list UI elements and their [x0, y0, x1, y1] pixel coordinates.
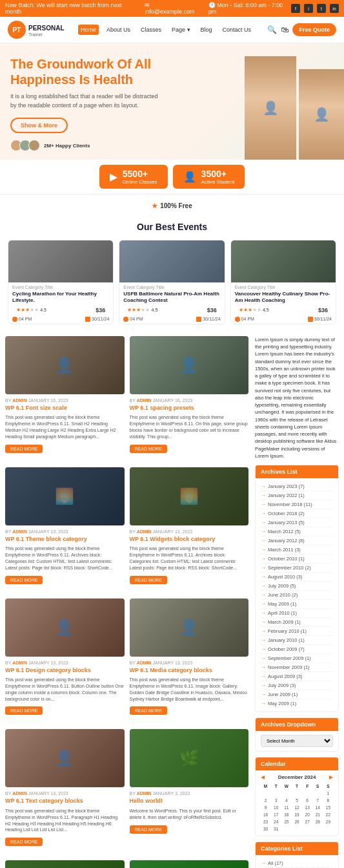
nav-about[interactable]: About Us	[104, 25, 133, 35]
archive-item[interactable]: → October 2018 (2)	[261, 509, 333, 518]
archive-item[interactable]: → November 2009 (1)	[261, 663, 333, 672]
post-card: 👤 BY ADMIN JANUARY 16, 2023 WP 6.1 spaci…	[130, 336, 249, 453]
cal-date[interactable]: 4	[281, 797, 291, 803]
cal-date[interactable]: 18	[281, 811, 291, 818]
hours-info: 🕐 Mon - Sat: 8:00 am - 7:00 pm	[208, 2, 291, 15]
archives-dropdown-select[interactable]: Select Month	[261, 735, 333, 747]
cal-date[interactable]	[261, 790, 270, 796]
event-image	[231, 240, 336, 282]
cal-date[interactable]: 27	[303, 818, 312, 825]
archive-item[interactable]: → January 2022 (1)	[261, 491, 333, 500]
cal-date[interactable]: 17	[271, 811, 281, 818]
cal-date[interactable]: 26	[292, 818, 301, 825]
post-meta: BY ADMIN JANUARY 13, 2023	[5, 791, 125, 796]
cal-date[interactable]: 5	[292, 797, 301, 803]
nav-home[interactable]: Home	[78, 25, 99, 35]
free-quote-button[interactable]: Free Quote	[292, 23, 336, 36]
event-category: Event Category Title	[12, 285, 109, 290]
show-more-button[interactable]: Show & More	[10, 118, 68, 133]
cal-date[interactable]: 30	[261, 825, 270, 832]
cal-date[interactable]: 2	[261, 797, 270, 803]
cal-date[interactable]: 7	[313, 797, 323, 803]
archive-item[interactable]: → January 2023 (7)	[261, 482, 333, 491]
category-item[interactable]: → All (17)	[261, 859, 333, 868]
cal-date[interactable]: 20	[303, 811, 312, 818]
cal-date[interactable]: 15	[323, 804, 333, 810]
archive-item[interactable]: → June 2009 (1)	[261, 690, 333, 699]
cal-date[interactable]	[281, 825, 291, 832]
cal-date[interactable]: 29	[323, 818, 333, 825]
nav-page[interactable]: Page ▾	[169, 25, 193, 35]
archive-item[interactable]: → March 2009 (1)	[261, 618, 333, 627]
archive-item[interactable]: → August 2009 (3)	[261, 672, 333, 681]
read-more-button[interactable]: READ MORE	[130, 576, 167, 584]
archive-item[interactable]: → April 2010 (1)	[261, 609, 333, 618]
archive-item[interactable]: → July 2009 (5)	[261, 582, 333, 591]
events-title: Our Best Events	[8, 222, 336, 232]
cal-date[interactable]: 24	[271, 818, 281, 825]
nav-contact[interactable]: Contact Us	[220, 25, 254, 35]
archive-item[interactable]: → February 2010 (1)	[261, 627, 333, 636]
read-more-button[interactable]: READ MORE	[130, 825, 167, 834]
read-more-button[interactable]: READ MORE	[5, 445, 43, 453]
archive-item[interactable]: → January 2010 (1)	[261, 636, 333, 645]
bag-icon[interactable]: 🛍	[281, 25, 288, 34]
post-image: 👤	[5, 729, 125, 787]
read-more-button[interactable]: READ MORE	[130, 445, 167, 453]
calendar-prev[interactable]: ◀	[261, 774, 265, 780]
cal-date[interactable]: 19	[292, 811, 301, 818]
cal-date[interactable]	[271, 790, 281, 796]
archive-item[interactable]: → November 2018 (11)	[261, 500, 333, 509]
archive-item[interactable]: → January 2013 (5)	[261, 518, 333, 527]
archive-item[interactable]: → May 2009 (1)	[261, 699, 333, 708]
archive-item[interactable]: → September 2010 (2)	[261, 564, 333, 573]
calendar-next[interactable]: ▶	[329, 774, 333, 780]
cal-date[interactable]: 10	[271, 804, 281, 810]
cal-date[interactable]: 1	[323, 790, 333, 796]
archive-item[interactable]: → October 2010 (1)	[261, 555, 333, 564]
cal-date[interactable]: 12	[292, 804, 301, 810]
twitter-icon[interactable]: t	[317, 4, 326, 13]
cal-date[interactable]: 25	[281, 818, 291, 825]
cal-date[interactable]: 31	[271, 825, 281, 832]
cal-date[interactable]	[303, 790, 312, 796]
cal-date[interactable]: 16	[261, 811, 270, 818]
cal-date[interactable]	[292, 790, 301, 796]
cal-date[interactable]: 28	[313, 818, 323, 825]
play-icon: ▶	[110, 171, 117, 183]
cal-date[interactable]: 11	[281, 804, 291, 810]
cal-date[interactable]	[281, 790, 291, 796]
archive-item[interactable]: → July 2009 (3)	[261, 681, 333, 690]
archive-item[interactable]: → August 2010 (3)	[261, 573, 333, 582]
archive-item[interactable]: → September 2009 (1)	[261, 654, 333, 663]
search-icon[interactable]: 🔍	[267, 25, 277, 34]
facebook-icon[interactable]: f	[291, 4, 300, 13]
cal-date[interactable]: 8	[323, 797, 333, 803]
read-more-button[interactable]: READ MORE	[5, 706, 43, 715]
archive-item[interactable]: → March 2012 (5)	[261, 527, 333, 536]
linkedin-icon[interactable]: in	[330, 4, 339, 13]
cal-day-header: F	[303, 783, 312, 789]
archive-item[interactable]: → March 2011 (3)	[261, 545, 333, 555]
read-more-button[interactable]: READ MORE	[5, 838, 43, 846]
cal-date[interactable]	[313, 790, 323, 796]
nav-blog[interactable]: Blog	[198, 25, 215, 35]
read-more-button[interactable]: READ MORE	[5, 576, 43, 584]
archive-item[interactable]: → May 2009 (1)	[261, 600, 333, 609]
cal-date[interactable]: 6	[303, 797, 312, 803]
cal-date[interactable]: 22	[323, 811, 333, 818]
archive-item[interactable]: → June 2010 (2)	[261, 591, 333, 600]
cal-date[interactable]: 3	[271, 797, 281, 803]
archive-item[interactable]: → October 2009 (7)	[261, 645, 333, 654]
archive-item[interactable]: → January 2012 (8)	[261, 536, 333, 545]
cal-date[interactable]: 14	[313, 804, 323, 810]
cal-date[interactable]: 21	[313, 811, 323, 818]
instagram-icon[interactable]: i	[304, 4, 313, 13]
nav-links: Home About Us Classes Page ▾ Blog Contac…	[78, 25, 254, 35]
read-more-button[interactable]: READ MORE	[130, 706, 167, 715]
cal-date[interactable]: 23	[261, 818, 270, 825]
cal-date[interactable]: 9	[261, 804, 270, 810]
nav-classes[interactable]: Classes	[138, 25, 164, 35]
event-image	[8, 240, 113, 282]
cal-date[interactable]: 13	[303, 804, 312, 810]
